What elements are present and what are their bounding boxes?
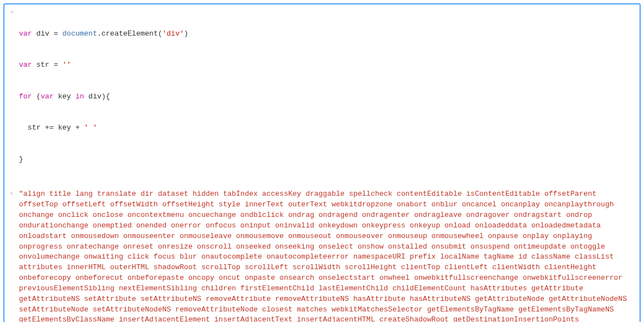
code-line-2: var str = '' [19, 60, 634, 71]
console-output-row: < "align title lang translate dir datase… [10, 189, 634, 322]
method-createElement: createElement [101, 29, 158, 38]
string-div: 'div' [163, 29, 184, 38]
paren-close: ) [101, 92, 106, 101]
keyword-in: in [75, 92, 84, 101]
identifier-div: div [84, 92, 101, 101]
keyword-var: var [41, 92, 53, 101]
object-document: document [62, 29, 97, 38]
identifier-div: div [32, 29, 53, 38]
brace-open: { [106, 92, 110, 101]
paren-close: ) [184, 29, 189, 38]
indent [19, 123, 28, 132]
operator-equals: = [53, 29, 62, 38]
keyword-var: var [19, 29, 32, 38]
identifier-key: key [58, 123, 75, 132]
operator-equals: = [53, 61, 62, 69]
output-result-icon: < [10, 189, 19, 199]
keyword-var: var [19, 61, 32, 69]
string-empty: '' [62, 61, 71, 69]
input-prompt-icon: > [10, 8, 19, 17]
operator-pluseq: += [45, 123, 58, 132]
paren-open: ( [36, 92, 41, 101]
console-input-row[interactable]: > var div = document.createElement('div'… [10, 8, 634, 186]
console-output-text[interactable]: "align title lang translate dir dataset … [19, 189, 634, 322]
operator-plus: + [75, 123, 84, 132]
code-line-1: var div = document.createElement('div') [19, 29, 634, 39]
code-line-5: } [19, 155, 634, 165]
code-line-4: str += key + ' ' [19, 123, 634, 133]
paren-open: ( [158, 29, 163, 38]
keyword-for: for [19, 92, 32, 101]
console-panel: > var div = document.createElement('div'… [3, 3, 641, 322]
string-space: ' ' [84, 123, 97, 132]
brace-close: } [19, 155, 23, 164]
identifier-str: str [28, 123, 45, 132]
identifier-str: str [32, 61, 53, 69]
code-line-3: for (var key in div){ [19, 92, 634, 102]
identifier-key: key [53, 92, 75, 101]
console-input-code[interactable]: var div = document.createElement('div') … [19, 8, 634, 186]
